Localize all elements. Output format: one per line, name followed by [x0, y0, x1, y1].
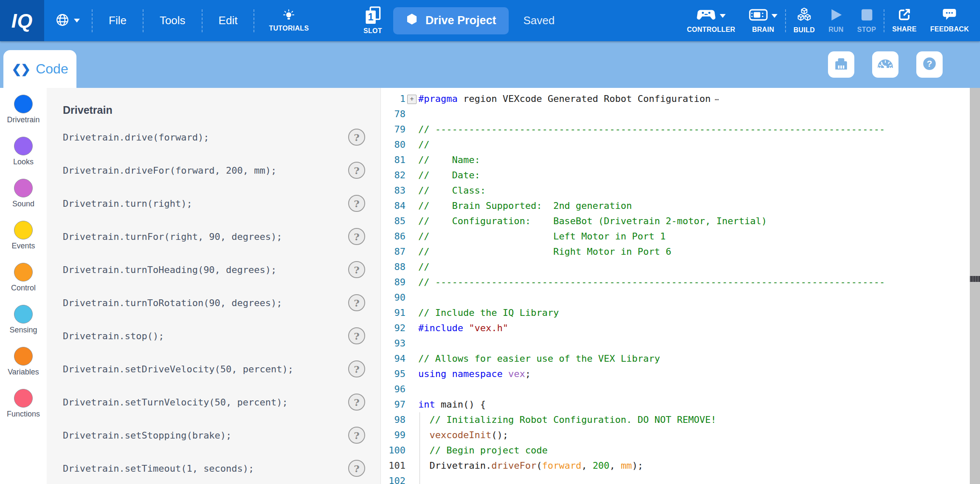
- code-line[interactable]: 95using namespace vex;: [381, 366, 970, 382]
- sidebar-item-sensing[interactable]: Sensing: [0, 298, 47, 340]
- code-line[interactable]: 1+#pragma region VEXcode Generated Robot…: [381, 91, 970, 107]
- stop-button[interactable]: STOP: [850, 8, 883, 34]
- controller-button[interactable]: CONTROLLER: [680, 8, 742, 34]
- command-help-button[interactable]: ?: [348, 327, 365, 344]
- code-line[interactable]: 102: [381, 473, 970, 484]
- help-button[interactable]: ?: [916, 51, 943, 78]
- code-line[interactable]: 88//: [381, 259, 970, 275]
- sidebar-item-events[interactable]: Events: [0, 214, 47, 256]
- code-line[interactable]: 101 Drivetrain.driveFor(forward, 200, mm…: [381, 458, 970, 473]
- line-number: 98: [381, 412, 406, 428]
- code-line[interactable]: 79// -----------------------------------…: [381, 122, 970, 137]
- code-line[interactable]: 78: [381, 107, 970, 122]
- code-brackets-icon: ❮❯: [11, 62, 30, 76]
- code-line[interactable]: 94// Allows for easier use of the VEX Li…: [381, 351, 970, 366]
- sidebar-item-drivetrain[interactable]: Drivetrain: [0, 88, 47, 130]
- sidebar-item-control[interactable]: Control: [0, 256, 47, 298]
- menu-file[interactable]: File: [93, 14, 142, 27]
- command-help-button[interactable]: ?: [348, 228, 365, 245]
- code-line[interactable]: 82// Date:: [381, 168, 970, 183]
- command-item[interactable]: Drivetrain.turnFor(right, 90, degrees);?: [47, 220, 380, 253]
- build-button[interactable]: BUILD: [787, 7, 822, 34]
- command-item[interactable]: Drivetrain.turn(right);?: [47, 187, 380, 220]
- command-help-button[interactable]: ?: [348, 360, 365, 377]
- device-toolbar: CONTROLLER BRAIN: [680, 0, 976, 41]
- line-number: 81: [381, 152, 406, 168]
- command-item[interactable]: Drivetrain.setTimeout(1, seconds);?: [47, 452, 380, 484]
- code-line[interactable]: 85// Configuration: BaseBot (Drivetrain …: [381, 214, 970, 229]
- command-help-button[interactable]: ?: [348, 394, 365, 411]
- fold-margin: [406, 107, 418, 122]
- tutorials-button[interactable]: TUTORIALS: [255, 9, 322, 32]
- slot-button[interactable]: 1 SLOT: [363, 6, 382, 35]
- svg-text:1: 1: [368, 11, 374, 23]
- code-line[interactable]: 84// Brain Supported: 2nd generation: [381, 198, 970, 214]
- code-line[interactable]: 81// Name:: [381, 152, 970, 168]
- code-text: [418, 473, 970, 484]
- code-line[interactable]: 99 vexcodeInit();: [381, 428, 970, 443]
- code-line[interactable]: 92#include "vex.h": [381, 321, 970, 336]
- command-item[interactable]: Drivetrain.turnToHeading(90, degrees);?: [47, 253, 380, 286]
- code-line[interactable]: 83// Class:: [381, 183, 970, 198]
- menu-edit[interactable]: Edit: [203, 14, 253, 27]
- share-button[interactable]: SHARE: [885, 8, 924, 33]
- code-line[interactable]: 98 // Initializing Robot Configuration. …: [381, 412, 970, 428]
- command-item[interactable]: Drivetrain.driveFor(forward, 200, mm);?: [47, 154, 380, 187]
- line-number: 83: [381, 183, 406, 198]
- brain-button[interactable]: BRAIN: [742, 8, 784, 34]
- fold-margin: [406, 473, 418, 484]
- command-help-button[interactable]: ?: [348, 261, 365, 278]
- command-help-button[interactable]: ?: [348, 129, 365, 146]
- brain-icon: [749, 8, 768, 23]
- sidebar-item-looks[interactable]: Looks: [0, 130, 47, 172]
- command-item[interactable]: Drivetrain.setStopping(brake);?: [47, 419, 380, 452]
- command-item[interactable]: Drivetrain.setTurnVelocity(50, percent);…: [47, 386, 380, 419]
- code-line[interactable]: 100 // Begin project code: [381, 443, 970, 458]
- command-help-button[interactable]: ?: [348, 427, 365, 444]
- fold-toggle-icon[interactable]: +: [407, 95, 417, 104]
- feedback-label: FEEDBACK: [930, 25, 969, 33]
- fold-margin: [406, 168, 418, 183]
- category-color-icon: [14, 347, 33, 366]
- sidebar-item-sound[interactable]: Sound: [0, 172, 47, 214]
- sidebar-item-functions[interactable]: Functions: [0, 382, 47, 424]
- project-name-button[interactable]: Drive Project: [393, 7, 509, 34]
- code-line[interactable]: 91// Include the IQ Library: [381, 305, 970, 321]
- dashboard-button[interactable]: [872, 51, 898, 78]
- feedback-button[interactable]: FEEDBACK: [924, 8, 976, 33]
- sidebar-item-variables[interactable]: Variables: [0, 340, 47, 382]
- command-text: Drivetrain.driveFor(forward, 200, mm);: [63, 165, 348, 176]
- code-editor[interactable]: 1+#pragma region VEXcode Generated Robot…: [381, 88, 970, 484]
- line-number: 93: [381, 336, 406, 351]
- fold-margin: [406, 366, 418, 382]
- line-number: 79: [381, 122, 406, 137]
- device-config-button[interactable]: [828, 51, 854, 78]
- run-button[interactable]: RUN: [822, 8, 850, 34]
- command-help-button[interactable]: ?: [348, 195, 365, 212]
- command-help-button[interactable]: ?: [348, 162, 365, 179]
- code-text: vexcodeInit();: [418, 428, 970, 443]
- fold-margin: [406, 458, 418, 473]
- command-help-button[interactable]: ?: [348, 460, 365, 477]
- command-item[interactable]: Drivetrain.stop();?: [47, 319, 380, 352]
- scrollbar-thumb[interactable]: [970, 276, 980, 282]
- code-line[interactable]: 80//: [381, 137, 970, 152]
- editor-scrollbar[interactable]: [970, 88, 980, 484]
- code-line[interactable]: 87// Right Motor in Port 6: [381, 244, 970, 259]
- code-line[interactable]: 90: [381, 290, 970, 305]
- tab-code[interactable]: ❮❯ Code: [3, 50, 76, 88]
- language-menu[interactable]: [44, 13, 91, 29]
- command-item[interactable]: Drivetrain.setDriveVelocity(50, percent)…: [47, 352, 380, 386]
- code-line[interactable]: 86// Left Motor in Port 1: [381, 229, 970, 244]
- command-item[interactable]: Drivetrain.drive(forward);?: [47, 121, 380, 154]
- menu-tools[interactable]: Tools: [144, 14, 201, 27]
- command-item[interactable]: Drivetrain.turnToRotation(90, degrees);?: [47, 286, 380, 319]
- code-line[interactable]: 97int main() {: [381, 397, 970, 412]
- code-line[interactable]: 96: [381, 382, 970, 397]
- stop-label: STOP: [857, 26, 876, 34]
- command-help-button[interactable]: ?: [348, 294, 365, 311]
- category-label: Control: [11, 284, 36, 293]
- code-line[interactable]: 93: [381, 336, 970, 351]
- fold-margin: [406, 443, 418, 458]
- code-line[interactable]: 89// -----------------------------------…: [381, 275, 970, 290]
